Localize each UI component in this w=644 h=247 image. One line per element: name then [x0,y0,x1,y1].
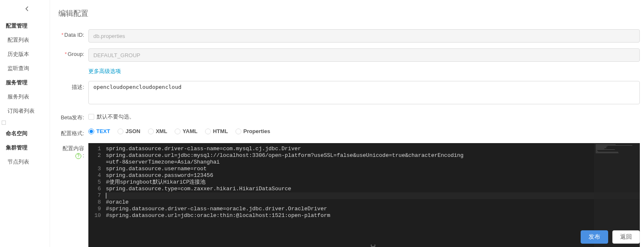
format-radio-text[interactable]: TEXT [88,128,110,134]
format-radio-xml[interactable]: XML [148,128,167,134]
radio-label: HTML [213,128,228,134]
radio-label: XML [156,128,167,134]
group-label: *Group: [58,48,84,57]
format-radio-properties[interactable]: Properties [236,128,270,134]
beta-label: Beta发布: [58,111,84,121]
sidebar: 配置管理配置列表历史版本监听查询服务管理服务列表订阅者列表命名空间集群管理节点列… [0,0,50,247]
split-handle-icon[interactable] [371,244,375,247]
nav-item-3-0[interactable]: 节点列表 [0,155,50,169]
nav-item-1-1[interactable]: 订阅者列表 [0,104,50,118]
nav-group-0[interactable]: 配置管理 [0,19,50,33]
code-editor[interactable]: 12345678910 spring.datasource.driver-cla… [88,143,640,247]
format-label: 配置格式: [58,127,84,137]
beta-checkbox[interactable] [88,114,94,120]
page-title: 编辑配置 [58,8,640,18]
nav-group-2[interactable]: 命名空间 [0,126,50,141]
radio-label: Properties [243,128,270,134]
radio-icon [205,129,211,134]
content-label: 配置内容? : [58,143,84,159]
chevron-left-icon [24,6,30,12]
nav-tiny-checkbox[interactable] [2,121,6,125]
format-radio-yaml[interactable]: YAML [175,128,198,134]
radio-label: TEXT [96,128,110,134]
data-id-label: *Data ID: [58,29,84,38]
radio-icon [148,129,154,134]
more-options-link[interactable]: 更多高级选项 [88,68,121,74]
format-radio-html[interactable]: HTML [205,128,228,134]
radio-label: YAML [183,128,198,134]
nav-item-1-0[interactable]: 服务列表 [0,90,50,104]
editor-code[interactable]: spring.datasource.driver-class-name=com.… [104,143,640,219]
publish-button[interactable]: 发布 [581,230,608,244]
description-label: 描述: [58,81,84,91]
radio-label: JSON [125,128,140,134]
format-radio-group: TEXTJSONXMLYAMLHTMLProperties [88,127,640,134]
nav-item-0-2[interactable]: 监听查询 [0,61,50,76]
radio-icon [175,129,180,134]
group-input [88,48,640,62]
format-radio-json[interactable]: JSON [118,128,140,134]
back-chevron[interactable] [0,3,50,19]
back-button[interactable]: 返回 [612,230,640,244]
description-textarea[interactable]: opencloudopencloudopencloud [88,81,640,104]
nav-item-0-1[interactable]: 历史版本 [0,47,50,61]
radio-icon [236,129,241,134]
radio-icon [118,129,123,134]
footer-actions: 发布 返回 [581,230,640,244]
editor-gutter: 12345678910 [88,143,104,219]
beta-hint: 默认不要勾选。 [97,113,135,121]
data-id-input [88,29,640,43]
main-content: 编辑配置 *Data ID: *Group: 更多高级选项 描述: opencl… [50,0,644,247]
nav-item-0-0[interactable]: 配置列表 [0,33,50,47]
radio-icon [88,129,94,134]
nav-group-3[interactable]: 集群管理 [0,141,50,155]
help-icon[interactable]: ? [75,153,81,159]
nav-group-1[interactable]: 服务管理 [0,76,50,90]
